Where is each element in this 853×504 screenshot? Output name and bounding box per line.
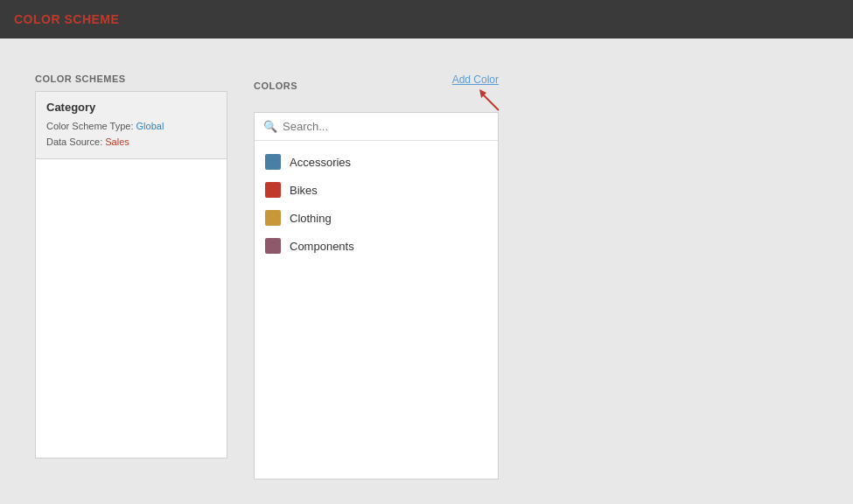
scheme-item-name: Category [46, 101, 216, 114]
color-list: AccessoriesBikesClothingComponents [255, 141, 498, 267]
svg-line-0 [483, 94, 499, 110]
color-label: Clothing [290, 212, 332, 225]
list-item[interactable]: Bikes [255, 176, 498, 204]
right-panel-header: COLORS Add Color [254, 74, 499, 105]
color-label: Accessories [290, 156, 351, 169]
colors-label: COLORS [254, 80, 297, 91]
color-label: Components [290, 240, 354, 253]
color-swatch [265, 210, 281, 226]
color-swatch [265, 182, 281, 198]
source-label: Data Source: [46, 136, 102, 147]
add-color-link[interactable]: Add Color [452, 74, 499, 86]
list-item[interactable]: Clothing [255, 204, 498, 232]
right-panel: COLORS Add Color 🔍 AccessoriesBikesCloth… [254, 74, 499, 486]
search-bar: 🔍 [255, 113, 498, 141]
annotation-arrow [474, 86, 506, 117]
type-label: Color Scheme Type: [46, 121, 133, 131]
scheme-item-source: Data Source: Sales [46, 135, 216, 150]
type-value: Global [136, 121, 164, 131]
scheme-item[interactable]: Category Color Scheme Type: Global Data … [36, 92, 227, 159]
title-text: COLOR SCHEME [14, 12, 119, 26]
page-title: COLOR SCHEME [14, 12, 119, 26]
list-item[interactable]: Components [255, 232, 498, 260]
color-swatch [265, 238, 281, 254]
source-value: Sales [105, 136, 129, 147]
color-swatch [265, 154, 281, 170]
color-label: Bikes [290, 184, 318, 197]
left-panel: COLOR SCHEMES Category Color Scheme Type… [35, 74, 227, 486]
main-content: COLOR SCHEMES Category Color Scheme Type… [0, 38, 853, 504]
list-item[interactable]: Accessories [255, 148, 498, 176]
scheme-item-type: Color Scheme Type: Global [46, 119, 216, 135]
search-icon: 🔍 [263, 120, 277, 133]
search-input[interactable] [283, 120, 489, 133]
scheme-box: Category Color Scheme Type: Global Data … [35, 91, 227, 458]
header-bar: COLOR SCHEME [0, 0, 853, 38]
colors-box: 🔍 AccessoriesBikesClothingComponents [254, 112, 499, 480]
color-schemes-label: COLOR SCHEMES [35, 74, 227, 84]
